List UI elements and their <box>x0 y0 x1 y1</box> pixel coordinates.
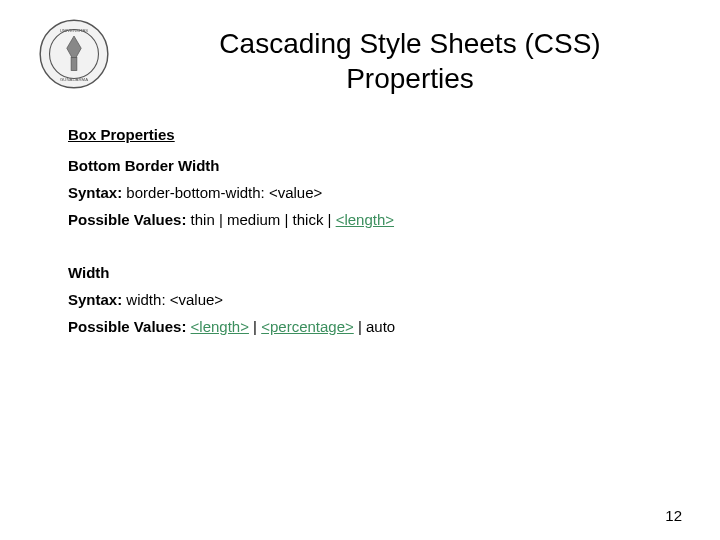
values-label: Possible Values: <box>68 318 186 335</box>
values-text: thin | medium | thick | <box>191 211 336 228</box>
values-suffix: | auto <box>354 318 395 335</box>
property-2-values: Possible Values: <length> | <percentage>… <box>68 318 660 335</box>
svg-text:GUNADARMA: GUNADARMA <box>60 77 88 82</box>
title-line-1: Cascading Style Sheets (CSS) <box>219 28 600 59</box>
slide-body: Box Properties Bottom Border Width Synta… <box>68 126 660 345</box>
percentage-link[interactable]: <percentage> <box>261 318 354 335</box>
syntax-value: width: <value> <box>126 291 223 308</box>
syntax-label: Syntax: <box>68 184 122 201</box>
section-heading: Box Properties <box>68 126 660 143</box>
values-label: Possible Values: <box>68 211 186 228</box>
syntax-value: border-bottom-width: <value> <box>126 184 322 201</box>
university-seal-logo: UNIVERSITAS GUNADARMA <box>38 18 110 90</box>
length-link[interactable]: <length> <box>191 318 249 335</box>
svg-rect-2 <box>71 58 77 71</box>
syntax-label: Syntax: <box>68 291 122 308</box>
property-1-syntax: Syntax: border-bottom-width: <value> <box>68 184 660 201</box>
length-link[interactable]: <length> <box>336 211 394 228</box>
slide-title: Cascading Style Sheets (CSS) Properties <box>140 26 680 96</box>
svg-text:UNIVERSITAS: UNIVERSITAS <box>60 28 89 33</box>
property-2-name: Width <box>68 264 660 281</box>
title-line-2: Properties <box>346 63 474 94</box>
property-1-values: Possible Values: thin | medium | thick |… <box>68 211 660 228</box>
property-1-name: Bottom Border Width <box>68 157 660 174</box>
property-2-syntax: Syntax: width: <value> <box>68 291 660 308</box>
page-number: 12 <box>665 507 682 524</box>
values-sep: | <box>249 318 261 335</box>
